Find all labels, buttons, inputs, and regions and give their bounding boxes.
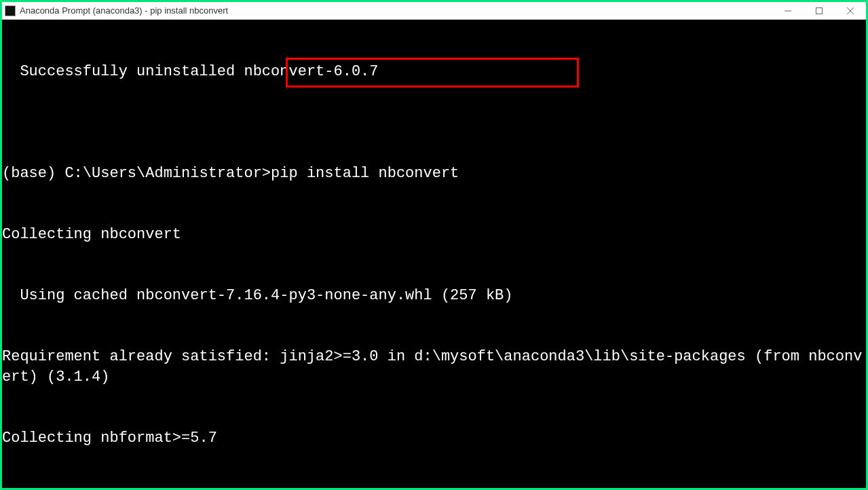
prompt-prefix: (base) C:\Users\Administrator> [2, 165, 271, 182]
prompt-command: pip install nbconvert [271, 165, 459, 182]
output-line: Requirement already satisfied: jinja2>=3… [2, 347, 866, 388]
minimize-button[interactable] [772, 2, 804, 19]
output-line: Collecting nbconvert [2, 225, 866, 245]
output-line: Collecting nbformat>=5.7 [2, 428, 866, 449]
output-line: Successfully uninstalled nbconvert-6.0.7 [2, 62, 866, 82]
close-button[interactable] [835, 2, 866, 19]
terminal-output[interactable]: Successfully uninstalled nbconvert-6.0.7… [2, 20, 866, 488]
window-title: Anaconda Prompt (anaconda3) - pip instal… [20, 5, 772, 16]
output-line: Using cached nbconvert-7.16.4-py3-none-a… [2, 286, 866, 306]
svg-rect-1 [816, 7, 823, 14]
prompt-line: (base) C:\Users\Administrator>pip instal… [2, 164, 866, 184]
minimize-icon [784, 7, 792, 15]
maximize-button[interactable] [804, 2, 835, 19]
maximize-icon [815, 7, 823, 15]
titlebar[interactable]: Anaconda Prompt (anaconda3) - pip instal… [2, 2, 866, 20]
window-controls [772, 2, 866, 19]
app-window: Anaconda Prompt (anaconda3) - pip instal… [0, 0, 868, 490]
close-icon [846, 7, 854, 15]
app-icon [5, 5, 16, 16]
